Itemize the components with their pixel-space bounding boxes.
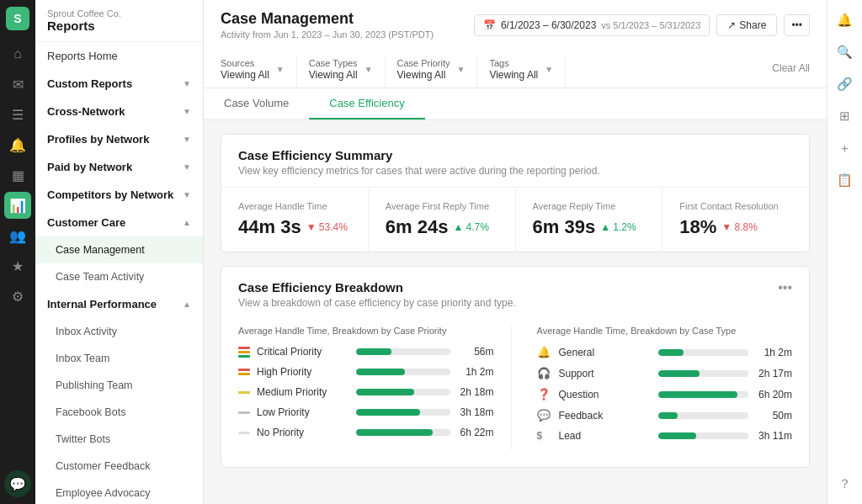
bar-row-feedback: 💬 Feedback 50m (537, 409, 793, 422)
bar-row-high: High Priority 1h 2m (238, 366, 494, 378)
sidebar-item-paid-by-network[interactable]: Paid by Network ▼ (35, 153, 203, 181)
sidebar-item-case-management[interactable]: Case Management (35, 236, 203, 263)
feedback-icon: 💬 (537, 409, 552, 422)
chevron-icon: ▼ (183, 79, 191, 88)
more-options-button[interactable]: ••• (784, 14, 810, 36)
support-icon: 🎧 (537, 367, 552, 379)
tab-case-efficiency[interactable]: Case Efficiency (309, 88, 424, 119)
date-range-button[interactable]: 📅 6/1/2023 – 6/30/2023 vs 5/1/2023 – 5/3… (474, 14, 710, 36)
bar-track (356, 369, 450, 375)
filter-sources[interactable]: Sources Viewing All ▼ (221, 55, 297, 88)
nav-icon-star[interactable]: ★ (4, 252, 31, 279)
right-icon-notifications[interactable]: 🔔 (832, 7, 859, 34)
nav-icon-inbox[interactable]: ☰ (4, 101, 31, 128)
right-icon-rail: 🔔 🔍 🔗 ⊞ ＋ 📋 ？ (827, 0, 862, 504)
filter-case-priority[interactable]: Case Priority Viewing All ▼ (397, 55, 478, 88)
chevron-icon: ▲ (183, 300, 191, 309)
filter-tags[interactable]: Tags Viewing All ▼ (489, 55, 566, 88)
right-icon-add[interactable]: ＋ (832, 135, 859, 162)
bar-row-general: 🔔 General 1h 2m (537, 346, 793, 358)
breakdown-header: Case Efficiency Breakdown View a breakdo… (221, 267, 809, 319)
nav-icon-people[interactable]: 👥 (4, 222, 31, 249)
page-header: Case Management Activity from Jun 1, 202… (204, 0, 827, 88)
breakdown-columns: Average Handle Time, Breakdown by Case P… (221, 319, 809, 467)
sidebar-item-custom-reports[interactable]: Custom Reports ▼ (35, 70, 203, 98)
nav-icon-publishing[interactable]: ▦ (4, 162, 31, 188)
company-name: Sprout Coffee Co. (47, 8, 191, 19)
left-icon-rail: S ⌂ ✉ ☰ 🔔 ▦ 📊 👥 ★ ⚙ 💬 (0, 0, 35, 504)
sidebar-item-facebook-bots[interactable]: Facebook Bots (35, 399, 203, 426)
chevron-icon: ▼ (183, 162, 191, 172)
right-icon-help[interactable]: ？ (832, 470, 859, 497)
chevron-down-icon: ▼ (364, 65, 373, 74)
bar-track (658, 412, 749, 419)
chevron-icon: ▼ (183, 135, 191, 144)
question-icon: ❓ (537, 388, 552, 401)
lead-icon: $ (537, 430, 552, 442)
metric-avg-handle-time: Average Handle Time 44m 3s ▼ 53.4% (221, 188, 369, 252)
chevron-icon: ▼ (183, 190, 191, 199)
bar-track (658, 370, 749, 377)
content-area: Case Efficiency Summary View key efficie… (204, 120, 827, 504)
breakdown-more-button[interactable]: ••• (778, 280, 792, 295)
bar-row-support: 🎧 Support 2h 17m (537, 367, 793, 379)
right-icon-search[interactable]: 🔍 (832, 39, 859, 66)
high-priority-icon (238, 369, 250, 375)
sidebar-item-inbox-activity[interactable]: Inbox Activity (35, 318, 203, 345)
priority-breakdown-col: Average Handle Time, Breakdown by Case P… (238, 326, 494, 450)
breakdown-subtitle: View a breakdown of case efficiency by c… (238, 297, 516, 309)
sidebar-item-reports-home[interactable]: Reports Home (35, 42, 203, 70)
app-logo[interactable]: S (6, 7, 29, 30)
sidebar-item-customer-feedback[interactable]: Customer Feedback (35, 453, 203, 480)
right-icon-chart[interactable]: 📋 (832, 167, 859, 194)
right-icon-link[interactable]: 🔗 (832, 71, 859, 98)
sidebar-item-cross-network[interactable]: Cross-Network ▼ (35, 98, 203, 125)
tab-bar: Case Volume Case Efficiency (204, 88, 827, 120)
sidebar-item-case-team-activity[interactable]: Case Team Activity (35, 263, 203, 290)
nav-icon-reports[interactable]: 📊 (4, 192, 31, 219)
nav-icon-compose[interactable]: ✉ (4, 71, 31, 98)
sidebar-item-competitors-by-network[interactable]: Competitors by Network ▼ (35, 181, 203, 209)
bar-row-no-priority: No Priority 6h 22m (238, 427, 494, 438)
section-name: Reports (47, 19, 191, 33)
nav-icon-home[interactable]: ⌂ (4, 40, 31, 67)
metric-change-reply-time: ▲ 1.2% (600, 221, 636, 233)
efficiency-summary-card: Case Efficiency Summary View key efficie… (221, 134, 810, 252)
chevron-down-icon: ▼ (457, 65, 466, 74)
sidebar-brand: Sprout Coffee Co. Reports (35, 0, 203, 42)
efficiency-breakdown-card: Case Efficiency Breakdown View a breakdo… (221, 266, 810, 468)
sidebar-item-customer-care[interactable]: Customer Care ▲ (35, 209, 203, 236)
efficiency-summary-title: Case Efficiency Summary (238, 148, 792, 162)
bar-row-critical: Critical Priority 56m (238, 346, 494, 358)
chevron-down-icon: ▼ (545, 65, 553, 74)
sidebar-item-internal-performance[interactable]: Internal Performance ▲ (35, 290, 203, 318)
bar-track (658, 349, 749, 356)
nav-icon-notifications[interactable]: 🔔 (4, 131, 31, 158)
bar-row-question: ❓ Question 6h 20m (537, 388, 793, 401)
sidebar-item-inbox-team[interactable]: Inbox Team (35, 345, 203, 372)
general-icon: 🔔 (537, 346, 552, 358)
filter-bar: Sources Viewing All ▼ Case Types Viewing… (221, 48, 810, 88)
sidebar-item-twitter-bots[interactable]: Twitter Bots (35, 426, 203, 453)
bar-track (356, 348, 450, 355)
clear-all-button[interactable]: Clear All (772, 62, 810, 81)
bar-track (356, 409, 450, 416)
low-priority-icon (238, 411, 250, 414)
nav-icon-chat[interactable]: 💬 (4, 470, 31, 497)
header-actions: 📅 6/1/2023 – 6/30/2023 vs 5/1/2023 – 5/3… (474, 14, 810, 36)
filter-case-types[interactable]: Case Types Viewing All ▼ (309, 55, 386, 88)
metric-change-first-reply: ▲ 4.7% (453, 221, 489, 233)
bar-row-lead: $ Lead 3h 11m (537, 430, 793, 442)
share-button[interactable]: ↗ Share (716, 14, 777, 36)
page-subtitle: Activity from Jun 1, 2023 – Jun 30, 2023… (221, 29, 434, 40)
metric-change-handle: ▼ 53.4% (306, 221, 348, 233)
nav-icon-settings[interactable]: ⚙ (4, 283, 31, 310)
tab-case-volume[interactable]: Case Volume (204, 88, 309, 119)
sidebar-item-profiles-by-network[interactable]: Profiles by Network ▼ (35, 125, 203, 153)
sidebar-item-employee-advocacy[interactable]: Employee Advocacy (35, 480, 203, 504)
sidebar-item-publishing-team[interactable]: Publishing Team (35, 372, 203, 399)
chevron-down-icon: ▼ (276, 65, 285, 74)
metric-change-fcr: ▼ 8.8% (721, 221, 758, 233)
bar-row-medium: Medium Priority 2h 18m (238, 386, 494, 398)
right-icon-apps[interactable]: ⊞ (832, 103, 859, 130)
